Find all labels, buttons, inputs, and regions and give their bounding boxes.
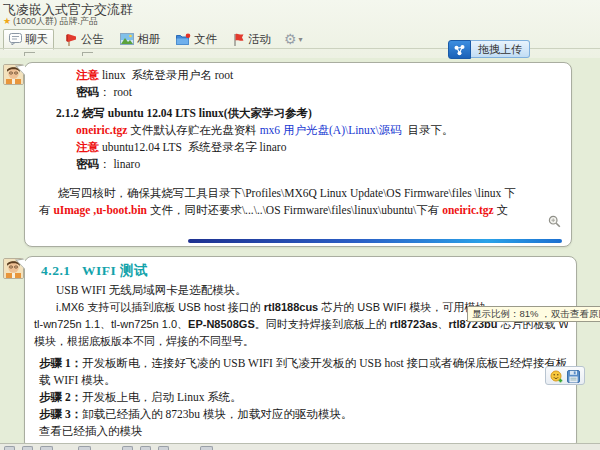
drag-upload-button[interactable]: 拖拽上传 — [448, 40, 530, 57]
tab-chat-label: 聊天 — [25, 32, 48, 47]
gear-icon: ⚙ — [284, 32, 297, 46]
image-hover-tray — [545, 366, 585, 385]
megaphone-icon — [65, 33, 78, 46]
toolbar-icon[interactable] — [158, 446, 169, 450]
group-subtitle-row: ★ (1000人群) 品牌.产品 — [3, 15, 98, 28]
flag-icon — [233, 33, 245, 46]
tab-bar: 聊天 公告 相册 — [3, 29, 303, 49]
tab-album-label: 相册 — [137, 32, 160, 47]
chat-bubble-icon — [9, 33, 22, 45]
group-chat-window: 飞凌嵌入式官方交流群 ★ (1000人群) 品牌.产品 聊天 — [0, 0, 600, 450]
tab-activity-label: 活动 — [248, 32, 271, 47]
tab-activity[interactable]: 活动 — [228, 30, 276, 49]
splitter-handle[interactable] — [82, 52, 93, 56]
toolbar-icon[interactable] — [122, 446, 133, 450]
tab-announcement-label: 公告 — [81, 32, 104, 47]
tab-files-label: 文件 — [194, 32, 217, 47]
settings-menu-button[interactable]: ⚙ ▾ — [284, 32, 303, 46]
group-subtitle: (1000人群) 品牌.产品 — [13, 15, 98, 28]
document-screenshot-1: 注意 linux 系统登录用户名 root密码： root2.1.2 烧写 ub… — [33, 67, 563, 242]
chevron-down-icon: ▾ — [299, 35, 303, 44]
document-screenshot-2: 4.2.1 WIFI 测试USB WIFI 无线局域网卡是选配模块。i.MX6 … — [33, 261, 568, 445]
drag-upload-label: 拖拽上传 — [471, 40, 530, 58]
zoom-ratio-tooltip: 显示比例：81% ，双击查看原图 — [467, 306, 600, 322]
chat-input-toolbar — [0, 443, 600, 450]
toolbar-icon[interactable] — [140, 446, 151, 450]
save-floppy-icon[interactable] — [567, 369, 580, 382]
photo-icon — [120, 33, 134, 45]
splitter-handle[interactable] — [24, 52, 35, 56]
tab-files[interactable]: 文件 — [171, 30, 222, 49]
tab-album[interactable]: 相册 — [115, 30, 165, 49]
tab-announcement[interactable]: 公告 — [60, 30, 109, 49]
magnifier-icon[interactable] — [548, 214, 561, 232]
add-emoticon-icon[interactable] — [550, 369, 563, 382]
message-image-bubble-2[interactable]: 4.2.1 WIFI 测试USB WIFI 无线局域网卡是选配模块。i.MX6 … — [24, 256, 577, 450]
share-nodes-icon — [448, 40, 471, 59]
message-image-bubble-1[interactable]: 注意 linux 系统登录用户名 root密码： root2.1.2 烧写 ub… — [24, 62, 572, 247]
star-icon: ★ — [3, 17, 11, 26]
toolbar-icon[interactable] — [4, 446, 15, 450]
toolbar-icon[interactable] — [200, 446, 213, 450]
chat-message-area[interactable]: 注意 linux 系统登录用户名 root密码： root2.1.2 烧写 ub… — [0, 58, 600, 443]
toolbar-icon[interactable] — [22, 446, 33, 450]
toolbar-icon[interactable] — [78, 446, 91, 450]
folder-icon — [176, 33, 191, 46]
toolbar-icon[interactable] — [40, 446, 53, 450]
files-badge-dot — [186, 33, 191, 38]
horizontal-scrollbar[interactable] — [188, 239, 562, 243]
tab-chat[interactable]: 聊天 — [3, 29, 54, 50]
